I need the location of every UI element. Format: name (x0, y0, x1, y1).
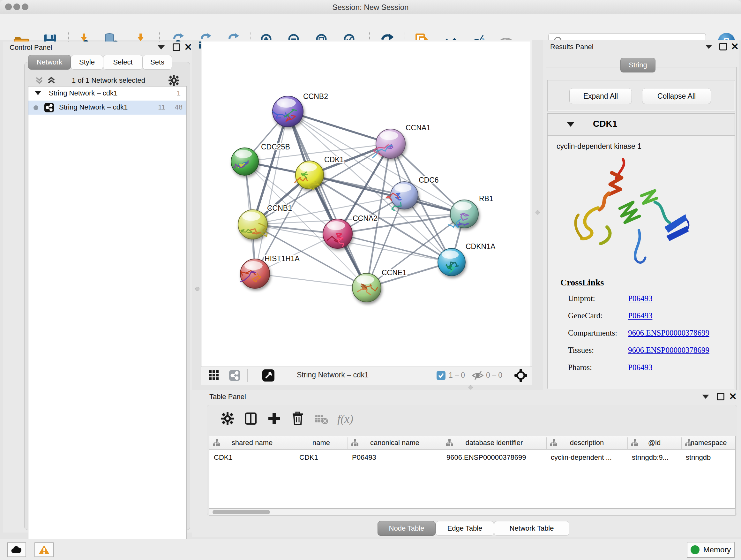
memory-button[interactable]: Memory (687, 542, 735, 558)
table-panel-title: Table Panel (209, 393, 246, 401)
node-label-CDC6: CDC6 (419, 176, 439, 184)
title-bar: Session: New Session (0, 0, 741, 14)
bottom-splitter-handle[interactable] (468, 385, 473, 389)
crosslink-row: Compartments:9606.ENSP00000378699 (548, 328, 735, 346)
hidden-node-edge-counts: 0 – 0 (486, 371, 502, 380)
warning-button[interactable] (35, 543, 54, 557)
crosslink-link[interactable]: 9606.ENSP00000378699 (628, 328, 710, 337)
network-view-badge-icon[interactable] (229, 370, 240, 381)
panel-close-icon[interactable]: ✕ (731, 43, 739, 51)
control-tab-network[interactable]: Network (28, 55, 71, 70)
table-tab-node-table[interactable]: Node Table (378, 521, 435, 536)
tree-expander-icon[interactable] (35, 91, 41, 95)
crosslink-link[interactable]: P06493 (628, 311, 652, 320)
cdk1-section-body: cyclin-dependent kinase 1 (548, 135, 735, 389)
column-label: @id (627, 439, 681, 447)
results-panel-title: Results Panel (550, 43, 594, 51)
network-badge-icon (44, 103, 54, 112)
column-header-name[interactable]: name (295, 436, 347, 450)
function-builder-icon: f(x) (337, 412, 353, 426)
column-label: canonical name (347, 439, 442, 447)
table-cell: 9606.ENSP00000378699 (447, 453, 544, 462)
column-header--id[interactable]: @id (627, 436, 681, 450)
crosslink-label: Compartments: (568, 328, 617, 337)
node-CDKN1A[interactable] (438, 248, 465, 276)
panel-close-icon[interactable]: ✕ (729, 393, 737, 400)
scrollbar-thumb[interactable] (212, 510, 270, 514)
column-header-shared-name[interactable]: shared name (209, 436, 295, 450)
panel-float-icon[interactable] (719, 43, 727, 51)
table-cell: CDK1 (214, 453, 293, 462)
table-cell: CDK1 (299, 453, 346, 462)
column-header-canonical-name[interactable]: canonical name (347, 436, 442, 450)
column-header-description[interactable]: description (546, 436, 627, 450)
panel-menu-icon[interactable] (702, 395, 709, 399)
left-splitter-handle[interactable] (195, 287, 199, 291)
delete-column-icon[interactable] (291, 412, 304, 425)
table-horizontal-scrollbar[interactable] (209, 509, 736, 516)
add-column-icon[interactable] (268, 412, 280, 425)
fit-selected-crosshair-icon[interactable] (515, 369, 527, 382)
edge-CCNB2-HIST1H1A[interactable] (255, 111, 288, 273)
node-count: 11 (158, 103, 165, 111)
delete-table-icon (314, 414, 328, 425)
table-tab-network-table[interactable]: Network Table (494, 521, 569, 536)
panel-menu-icon[interactable] (158, 45, 165, 50)
node-label-CDKN1A: CDKN1A (466, 242, 495, 251)
edge-CCNB2-CCNE1[interactable] (288, 111, 367, 288)
memory-label: Memory (703, 545, 731, 554)
results-tab-string[interactable]: String (620, 58, 656, 72)
control-tab-select[interactable]: Select (103, 55, 143, 70)
node-CCNB2[interactable] (273, 96, 303, 127)
control-panel: Control Panel ✕ NetworkStyleSelectSets 1… (3, 42, 192, 533)
crosslink-link[interactable]: 9606.ENSP00000378699 (628, 346, 710, 355)
node-CCNB1[interactable] (238, 210, 267, 239)
birds-eye-view-icon[interactable] (262, 369, 274, 381)
expand-all-button[interactable]: Expand All (569, 88, 632, 104)
node-HIST1H1A[interactable] (240, 259, 270, 288)
node-CDC25B[interactable] (231, 148, 259, 175)
right-splitter-handle[interactable] (536, 210, 540, 214)
node-CCNA2[interactable] (323, 219, 352, 248)
crosslink-link[interactable]: P06493 (628, 363, 652, 372)
panel-menu-icon[interactable] (705, 45, 712, 49)
cloud-button[interactable] (7, 543, 26, 557)
edge-HIST1H1A-CCNE1[interactable] (255, 273, 367, 288)
network-options-gear-icon[interactable] (169, 75, 179, 86)
collapse-all-button[interactable]: Collapse All (642, 88, 711, 104)
network-collection-row[interactable]: String Network – cdk1 1 (28, 86, 186, 101)
network-row[interactable]: String Network – cdk1 11 48 (28, 101, 186, 115)
cdk1-section-header[interactable]: CDK1 (548, 114, 735, 135)
table-cell: P06493 (352, 453, 440, 462)
table-panel: Table Panel ✕ f(x) shared namenamecanoni… (192, 390, 741, 537)
node-CCNA1[interactable] (373, 129, 406, 159)
results-buttons-row: Expand All Collapse All (547, 80, 735, 111)
collection-label: String Network – cdk1 (49, 89, 118, 98)
network-graph[interactable]: CCNB2CCNA1CDC25BCDK1CDC6RB1CCNB1CCNA2CDK… (202, 42, 530, 367)
window-title: Session: New Session (0, 3, 741, 12)
edge-CCNB2-CCNA1[interactable] (288, 111, 391, 144)
table-options-gear-icon[interactable] (221, 412, 234, 425)
network-canvas[interactable]: CCNB2CCNA1CDC25BCDK1CDC6RB1CCNB1CCNA2CDK… (202, 42, 530, 367)
toolbar-separator (247, 369, 248, 382)
table-row[interactable]: CDK1CDK1P064939606.ENSP00000378699cyclin… (209, 450, 736, 464)
edge-CDK1-RB1[interactable] (310, 175, 464, 214)
column-header-namespace[interactable]: namespace (681, 436, 736, 450)
control-tab-sets[interactable]: Sets (143, 55, 172, 70)
grid-view-icon[interactable] (209, 370, 219, 381)
column-label: database identifier (442, 439, 546, 447)
selected-checkbox-icon[interactable] (436, 371, 446, 380)
show-columns-icon[interactable] (245, 412, 258, 425)
table-tab-edge-table[interactable]: Edge Table (435, 521, 494, 536)
protein-structure-image (559, 154, 693, 269)
control-tab-style[interactable]: Style (71, 55, 103, 70)
column-header-database-identifier[interactable]: database identifier (442, 436, 546, 450)
panel-float-icon[interactable] (173, 44, 180, 51)
node-CCNE1[interactable] (352, 273, 381, 302)
panel-float-icon[interactable] (717, 393, 724, 400)
panel-close-icon[interactable]: ✕ (184, 44, 192, 51)
crosslink-row: Tissues:9606.ENSP00000378699 (548, 346, 735, 363)
table-cell: stringdb:9... (632, 453, 679, 462)
section-collapse-icon[interactable] (567, 122, 575, 127)
crosslink-link[interactable]: P06493 (628, 294, 652, 303)
